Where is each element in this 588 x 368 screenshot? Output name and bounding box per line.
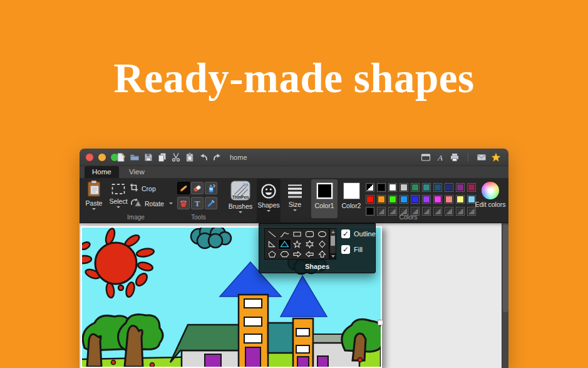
shape-grid [264,228,329,260]
crop-icon [130,183,138,194]
color2-button[interactable]: Color2 [338,179,364,218]
palette-swatch[interactable] [388,183,397,192]
brushes-button[interactable]: Ink ThinPen Brushes [225,179,255,213]
app-window: home A HomeView Paste Select Crop Rotate [80,149,508,368]
fonts-icon[interactable]: A [435,152,445,162]
minimize-button[interactable] [98,154,106,161]
document-title: home [230,154,247,161]
palette-swatch[interactable] [377,183,386,192]
save-icon[interactable] [143,152,153,162]
palette-swatch[interactable] [366,207,374,216]
pencil-tool-button[interactable] [177,182,190,194]
shape-right-triangle[interactable] [266,239,278,249]
new-file-icon[interactable] [116,152,126,162]
undo-icon[interactable] [199,152,209,162]
palette-swatch[interactable] [388,195,397,204]
mail-icon[interactable] [477,152,487,162]
palette-swatch[interactable] [445,195,453,204]
scroll-down-icon[interactable] [330,253,336,259]
shape-triangle[interactable] [279,239,291,249]
copy-icon[interactable] [157,152,167,162]
shape-diamond[interactable] [316,239,328,249]
edit-colors-label: Edit colors [475,201,505,208]
crop-button[interactable]: Crop [130,183,156,194]
fill-bucket-tool-button[interactable] [177,197,190,209]
palette-swatch[interactable] [422,195,431,204]
palette-swatch[interactable] [456,195,465,204]
palette-swatch[interactable] [411,195,420,204]
svg-text:ThinPen: ThinPen [232,195,249,199]
printer-icon[interactable] [450,152,460,162]
tab-home[interactable]: Home [85,166,119,178]
close-button[interactable] [86,154,93,161]
scrollbar-thumb[interactable] [503,224,508,312]
palette-swatch[interactable] [366,195,374,204]
shape-ellipse[interactable] [316,229,328,239]
shape-arrow-right[interactable] [291,250,303,259]
shape-grid-scrollbar[interactable] [329,228,336,260]
page: { "hero": { "title": "Ready-made shapes"… [0,0,588,368]
paste-button[interactable]: Paste [82,180,106,210]
thinpen-brush-icon: Ink ThinPen [230,181,250,201]
outline-checkbox[interactable]: ✓ [341,229,350,238]
spray-tool-button[interactable] [205,182,217,194]
palette-swatch[interactable] [456,183,465,192]
eraser-tool-button[interactable] [191,182,204,194]
shape-pentagon[interactable] [266,250,278,259]
favorite-star-icon[interactable] [491,152,501,162]
shape-scroll-thumb[interactable] [331,236,335,246]
size-button[interactable]: Size [283,179,307,211]
shape-arrow-up[interactable] [316,250,328,259]
palette-swatch-empty[interactable] [467,207,476,216]
shape-line[interactable] [266,229,278,239]
svg-text:T: T [195,199,200,208]
smiley-icon [260,183,277,199]
color2-label: Color2 [342,202,361,209]
rotate-button[interactable]: Rotate [130,197,173,209]
palette-swatch-empty[interactable] [445,207,453,216]
palette-swatch[interactable] [433,195,442,204]
vertical-scrollbar[interactable] [502,223,508,368]
redo-icon[interactable] [212,152,222,162]
shape-hexagon[interactable] [279,250,291,259]
shape-rectangle[interactable] [291,229,303,239]
outline-label: Outline [354,230,376,238]
select-caret [116,206,120,208]
shape-rounded-rectangle[interactable] [304,229,316,239]
tools-grid: T [177,182,219,209]
palette-swatch[interactable] [422,183,431,192]
crop-label: Crop [142,185,156,192]
fill-checkbox[interactable]: ✓ [341,245,350,254]
edit-colors-button[interactable]: Edit colors [475,180,505,208]
palette-swatch-empty[interactable] [456,207,465,216]
window-icon[interactable] [421,152,431,162]
palette-swatch[interactable] [445,183,453,192]
color1-button[interactable]: Color1 [311,179,338,218]
shape-star-6[interactable] [304,239,316,249]
teal-block [268,323,293,353]
select-button[interactable]: Select [106,180,131,208]
paste-icon[interactable] [185,152,195,162]
palette-swatch[interactable] [467,183,476,192]
page-title: Ready-made shapes [0,54,588,102]
titlebar-right-toolbar: A [421,152,501,162]
tools-group-label: Tools [173,214,224,221]
palette-swatch[interactable] [400,183,408,192]
palette-swatch[interactable] [366,183,374,192]
palette-swatch[interactable] [433,183,442,192]
text-tool-button[interactable]: T [191,197,204,209]
shape-star-5[interactable] [291,239,303,249]
shapes-button[interactable]: Shapes [257,179,281,223]
shape-arrow-left[interactable] [304,250,316,259]
palette-swatch[interactable] [377,195,386,204]
palette-swatch[interactable] [411,183,420,192]
scroll-up-icon[interactable] [330,229,336,234]
tab-view[interactable]: View [121,166,152,178]
shape-curve[interactable] [279,229,291,239]
palette-swatch[interactable] [400,195,408,204]
shapes-label: Shapes [257,201,280,209]
open-folder-icon[interactable] [130,152,140,162]
selection-handle[interactable] [378,320,383,325]
color-picker-tool-button[interactable] [205,197,217,209]
cut-icon[interactable] [171,152,181,162]
